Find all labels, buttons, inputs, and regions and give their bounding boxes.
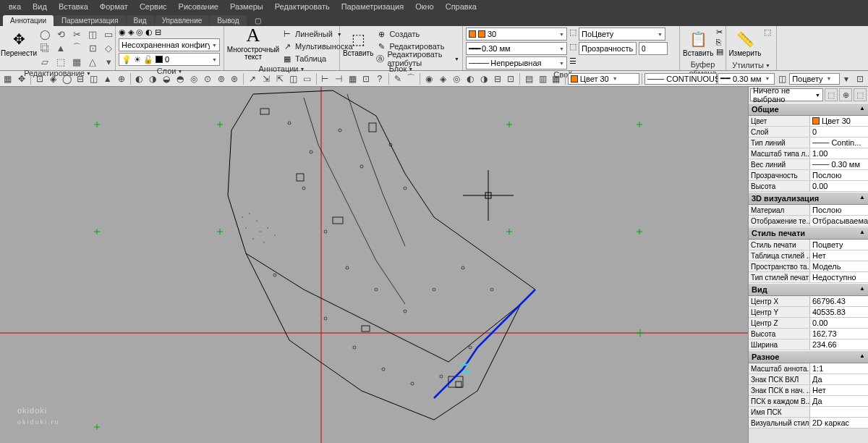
menu-item[interactable]: Формат — [94, 1, 134, 12]
menu-item[interactable]: Размеры — [224, 1, 269, 12]
layer-icon[interactable]: ◎ — [136, 28, 143, 37]
prop-value[interactable]: 162.73 — [810, 329, 868, 339]
tool-icon[interactable]: ◫ — [85, 28, 100, 41]
tab-output[interactable]: Вывод — [210, 15, 246, 26]
prop-value[interactable]: Недоступно — [810, 272, 868, 282]
tool-icon[interactable]: ◑ — [477, 72, 490, 85]
tool-icon[interactable]: ▱ — [38, 55, 52, 68]
tool-icon[interactable]: ▲ — [101, 72, 114, 85]
tool-icon[interactable]: ⇱ — [273, 72, 286, 85]
tab-parametrization[interactable]: Параметризация — [54, 15, 126, 26]
tool-icon[interactable]: ⿻ — [38, 41, 52, 54]
prop-value[interactable]: Модель — [810, 261, 868, 271]
prop-value[interactable]: Послою — [810, 170, 868, 180]
tool-icon[interactable]: ⇲ — [260, 72, 273, 85]
tool-icon[interactable]: ↗ — [246, 72, 259, 85]
tool-icon[interactable]: ▦ — [69, 55, 84, 68]
match-prop-icon[interactable]: ⬚ — [569, 28, 576, 41]
plotstyle-combo-tb[interactable]: Поцвету▼ — [789, 73, 839, 85]
tool-icon[interactable]: ⊡ — [85, 41, 100, 54]
tool-icon[interactable]: ⊡ — [33, 72, 46, 85]
tool-icon[interactable]: ◎ — [450, 72, 463, 85]
menu-item[interactable]: Вставка — [53, 1, 94, 12]
current-layer-combo[interactable]: 💡 ☀ 🔓 0 ▼ — [119, 53, 220, 66]
transparency-label-field[interactable]: Прозрачность — [579, 42, 637, 55]
layer-icon[interactable]: ⊟ — [155, 28, 161, 37]
tool-icon[interactable]: ✂ — [69, 28, 84, 41]
tool-icon[interactable]: ▾ — [841, 72, 854, 85]
menu-item[interactable]: Рисование — [173, 1, 224, 12]
mtext-button[interactable]: A Многострочный текст — [227, 28, 279, 59]
tool-icon[interactable]: ▥ — [536, 72, 549, 85]
edit-attr-item[interactable]: ⓐРедактировать атрибуты▼ — [376, 54, 459, 64]
paste-icon[interactable]: ▤ — [716, 47, 723, 56]
prop-value[interactable]: Нет — [810, 385, 868, 395]
tool-icon[interactable]: ◫ — [287, 72, 300, 85]
color-combo[interactable]: 30 ▼ — [466, 28, 567, 41]
prop-row[interactable]: Масштаб типа л...1.00 — [749, 148, 868, 159]
tool-icon[interactable]: ⊚ — [215, 72, 228, 85]
tool-icon[interactable]: ⊛ — [228, 72, 241, 85]
tool-icon[interactable]: ◐ — [464, 72, 477, 85]
prop-row[interactable]: Масштаб аннота...1:1 — [749, 363, 868, 374]
prop-row[interactable]: Знак ПСК ВКЛДа — [749, 374, 868, 385]
tool-icon[interactable]: ◑ — [146, 72, 159, 85]
tool-icon[interactable]: ⊕ — [115, 72, 128, 85]
tab-manage[interactable]: Управление — [155, 15, 210, 26]
prop-value[interactable]: 0.00 — [810, 318, 868, 328]
copy-icon[interactable]: ⎘ — [716, 38, 723, 46]
prop-value[interactable]: Нет — [810, 250, 868, 261]
prop-value[interactable]: 0.00 — [810, 181, 868, 191]
tab-annotations[interactable]: Аннотации — [3, 15, 54, 26]
tool-icon[interactable]: ◇ — [101, 41, 116, 54]
props-btn-icon[interactable]: ⬚ — [854, 88, 867, 101]
menu-item[interactable]: вка — [3, 1, 27, 12]
tool-icon[interactable]: ▲ — [54, 41, 68, 54]
linetype-combo[interactable]: ──── Непрерывная ▼ — [466, 56, 567, 69]
prop-row[interactable]: МатериалПослою — [749, 205, 868, 216]
prop-row[interactable]: Визуальный стиль2D каркас — [749, 418, 868, 429]
prop-row[interactable]: Слой0 — [749, 127, 868, 138]
tool-icon[interactable]: ⊢ — [319, 72, 332, 85]
tool-icon[interactable]: ▤ — [522, 72, 535, 85]
prop-row[interactable]: Отображение те...Отбрасываема... — [749, 216, 868, 227]
prop-value[interactable]: Цвет 30 — [810, 116, 868, 126]
prop-value[interactable]: Поцвету — [810, 240, 868, 250]
tool-icon[interactable]: ◐ — [133, 72, 146, 85]
tool-icon[interactable]: ⊟ — [74, 72, 87, 85]
prop-value[interactable]: Да — [810, 396, 868, 406]
help-icon[interactable]: ? — [373, 72, 386, 85]
lineweight-combo-tb[interactable]: ━━0.30 мм▼ — [718, 73, 775, 85]
prop-value[interactable] — [810, 407, 868, 417]
tool-icon[interactable]: ⊙ — [201, 72, 214, 85]
tool-icon[interactable]: △ — [85, 55, 100, 68]
prop-row[interactable]: Тип линий───Contin... — [749, 138, 868, 148]
prop-row[interactable]: Высота0.00 — [749, 181, 868, 192]
tool-icon[interactable]: ⊡ — [504, 72, 517, 85]
prop-value[interactable]: Послою — [810, 205, 868, 215]
tool-icon[interactable]: ◫ — [88, 72, 101, 85]
tool-icon[interactable]: ▦ — [1, 72, 14, 85]
prop-row[interactable]: Центр X66796.43 — [749, 296, 868, 307]
tool-icon[interactable]: ⌒ — [405, 72, 418, 85]
props-btn-icon[interactable]: ⬚ — [825, 88, 838, 101]
tool-icon[interactable]: ⊡ — [854, 72, 867, 85]
menu-item[interactable]: Сервис — [134, 1, 173, 12]
prop-row[interactable]: Пространство та...Модель — [749, 261, 868, 272]
tool-icon[interactable]: ▾ — [101, 55, 116, 68]
tool-icon[interactable]: ✎ — [391, 72, 404, 85]
prop-value[interactable]: Отбрасываема... — [810, 216, 868, 226]
paste-button[interactable]: 📋 Вставить — [683, 28, 713, 59]
prop-group-header[interactable]: Разное▲ — [749, 350, 868, 363]
tool-icon[interactable]: ⟲ — [54, 28, 68, 41]
prop-row[interactable]: Центр Y40535.83 — [749, 307, 868, 318]
tool-icon[interactable]: ◒ — [160, 72, 173, 85]
prop-group-header[interactable]: Общие▲ — [749, 103, 868, 116]
bycolor-combo[interactable]: ПоЦвету▼ — [579, 28, 665, 41]
prop-row[interactable]: Стиль печатиПоцвету — [749, 240, 868, 250]
prop-row[interactable]: Тип стилей печатиНедоступно — [749, 272, 868, 283]
tool-icon[interactable]: ▭ — [101, 28, 116, 41]
tool-icon[interactable]: ⊟ — [491, 72, 504, 85]
tool-icon[interactable]: ◫ — [775, 72, 788, 85]
prop-row[interactable]: ПрозрачностьПослою — [749, 170, 868, 181]
